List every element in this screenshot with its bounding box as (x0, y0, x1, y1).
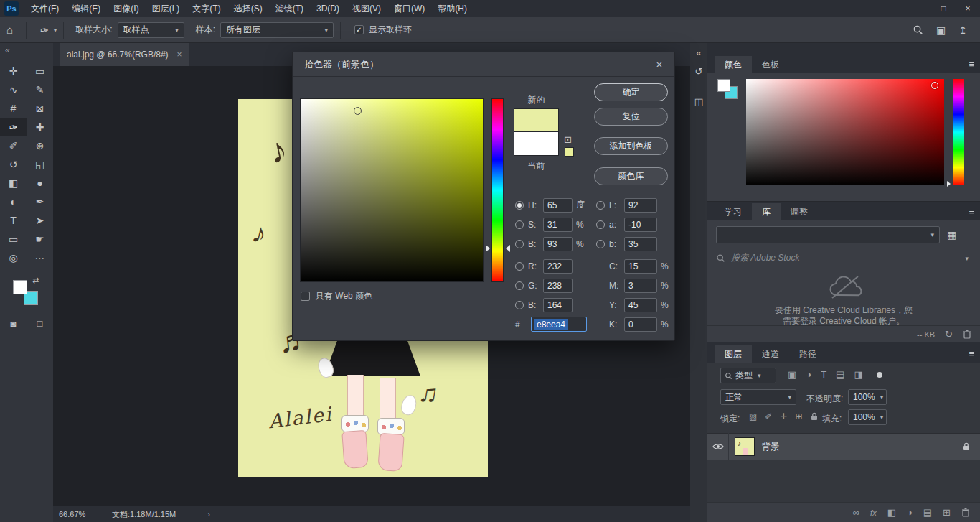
lock-position-icon[interactable]: ✛ (780, 411, 787, 421)
rectangle-tool[interactable]: ▭ (0, 230, 27, 248)
layer-thumbnail[interactable]: ♪ (735, 437, 755, 456)
h-radio[interactable] (515, 201, 524, 210)
blend-mode-select[interactable]: 正常 ▾ (720, 389, 796, 405)
b-radio[interactable] (515, 240, 524, 248)
l-radio[interactable] (596, 201, 605, 210)
hue-slider-marker[interactable] (947, 181, 951, 187)
current-color-swatch[interactable] (514, 132, 559, 156)
quick-mask-button[interactable]: ◙ (0, 314, 27, 332)
menu-item[interactable]: 图层(L) (146, 0, 187, 17)
y-input[interactable]: 45 (624, 298, 657, 312)
panel-tab[interactable]: 色板 (752, 56, 789, 73)
marquee-tool[interactable]: ▭ (27, 62, 53, 80)
collapse-tools-icon[interactable]: « (5, 45, 10, 55)
fill-select[interactable]: 100% ▾ (848, 409, 887, 425)
c-input[interactable]: 15 (624, 259, 657, 274)
chevron-down-icon[interactable]: ▾ (965, 255, 969, 262)
k-input[interactable]: 0 (624, 317, 657, 332)
ok-button[interactable]: 确定 (594, 83, 668, 101)
layer-effects-icon[interactable]: fx (870, 508, 877, 517)
color-gradient-field[interactable] (746, 79, 944, 185)
more-tools[interactable]: ⋯ (27, 248, 53, 267)
m-input[interactable]: 3 (624, 279, 657, 293)
frame-tool[interactable]: ⊠ (27, 99, 53, 118)
menu-item[interactable]: 图像(I) (107, 0, 145, 17)
properties-panel-icon[interactable]: ◫ (690, 96, 707, 107)
sync-icon[interactable]: ↻ (945, 329, 953, 340)
g-radio[interactable] (515, 281, 524, 290)
layer-visibility-toggle[interactable] (707, 433, 729, 460)
web-gamut-warning-icon[interactable]: ⊡ (564, 134, 572, 145)
panel-menu-icon[interactable]: ≡ (969, 348, 974, 359)
panel-tab[interactable]: 学习 (715, 203, 752, 220)
filter-type-layers-icon[interactable]: T (821, 369, 826, 380)
filter-toggle-icon[interactable] (877, 372, 882, 378)
menu-item[interactable]: 窗口(W) (387, 0, 431, 17)
a-radio[interactable] (596, 220, 605, 229)
web-only-checkbox[interactable] (301, 292, 310, 301)
hue-slider-marker-right[interactable] (506, 245, 510, 252)
close-document-icon[interactable]: × (177, 50, 182, 60)
panel-tab[interactable]: 通道 (752, 345, 789, 363)
document-tab[interactable]: alal.jpg @ 66.7%(RGB/8#) × (60, 43, 189, 66)
delete-layer-icon[interactable] (961, 508, 970, 517)
grid-view-icon[interactable]: ▦ (947, 229, 956, 241)
type-tool[interactable]: T (0, 211, 27, 230)
r-radio[interactable] (515, 262, 524, 271)
crop-tool[interactable]: # (0, 99, 27, 118)
menu-item[interactable]: 视图(V) (346, 0, 387, 17)
hue-slider[interactable] (491, 98, 504, 282)
menu-item[interactable]: 选择(S) (227, 0, 269, 17)
b2-radio[interactable] (515, 301, 524, 309)
menu-item[interactable]: 帮助(H) (431, 0, 473, 17)
current-tool-eyedropper-icon[interactable]: ✑ (33, 24, 49, 36)
r-input[interactable]: 232 (543, 259, 573, 274)
h-input[interactable]: 65 (543, 198, 573, 213)
dodge-tool[interactable]: ◐ (0, 192, 27, 211)
filter-adjustment-layers-icon[interactable]: ◑ (806, 369, 811, 380)
move-tool[interactable]: ✛ (0, 62, 27, 80)
link-layers-icon[interactable]: ∞ (853, 507, 859, 518)
photoshop-logo[interactable]: Ps (4, 1, 19, 16)
add-layer-mask-icon[interactable]: ◧ (887, 507, 896, 518)
saturation-brightness-field[interactable] (300, 98, 484, 282)
close-window-button[interactable]: × (956, 0, 980, 17)
pen-tool[interactable]: ✒ (27, 192, 53, 211)
menu-item[interactable]: 文字(T) (186, 0, 227, 17)
sample-select[interactable]: 所有图层 ▾ (220, 22, 334, 38)
panel-tab[interactable]: 图层 (715, 345, 752, 363)
layer-name[interactable]: 背景 (762, 441, 779, 453)
s-radio[interactable] (515, 220, 524, 229)
color-libraries-button[interactable]: 颜色库 (594, 167, 668, 185)
screen-mode-button[interactable]: □ (27, 314, 53, 332)
panel-tab[interactable]: 路径 (789, 345, 826, 363)
hue-slider-marker-left[interactable] (486, 245, 490, 252)
color-field-marker[interactable] (354, 107, 362, 115)
panel-menu-icon[interactable]: ≡ (969, 206, 974, 217)
layer-row[interactable]: ♪ 背景 (707, 433, 980, 460)
trash-icon[interactable] (963, 330, 971, 339)
menu-item[interactable]: 滤镜(T) (269, 0, 310, 17)
status-options-icon[interactable]: › (207, 510, 210, 518)
opacity-select[interactable]: 100% ▾ (848, 389, 887, 405)
history-brush-tool[interactable]: ↺ (0, 155, 27, 174)
lab-b-input[interactable]: 35 (624, 237, 657, 251)
b-input[interactable]: 93 (543, 237, 573, 251)
expand-panels-icon[interactable]: « (690, 47, 707, 58)
hand-tool[interactable]: ☛ (27, 230, 53, 248)
lock-all-icon[interactable] (811, 412, 818, 421)
home-icon[interactable]: ⌂ (0, 24, 19, 36)
a-input[interactable]: -10 (624, 218, 657, 232)
blur-tool[interactable]: ● (27, 174, 53, 192)
hex-input[interactable]: e8eea4 (531, 317, 587, 332)
menu-item[interactable]: 编辑(E) (65, 0, 107, 17)
zoom-tool[interactable]: ◎ (0, 248, 27, 267)
web-safe-color-swatch[interactable] (565, 147, 574, 157)
panel-tab[interactable]: 颜色 (715, 56, 752, 73)
search-icon[interactable] (913, 24, 923, 35)
swap-colors-icon[interactable]: ⇄ (32, 276, 39, 285)
lasso-tool[interactable]: ∿ (0, 80, 27, 99)
filter-pixel-layers-icon[interactable]: ▣ (788, 369, 796, 380)
panel-tab[interactable]: 库 (752, 203, 781, 220)
lock-paint-icon[interactable]: ✐ (765, 411, 772, 421)
